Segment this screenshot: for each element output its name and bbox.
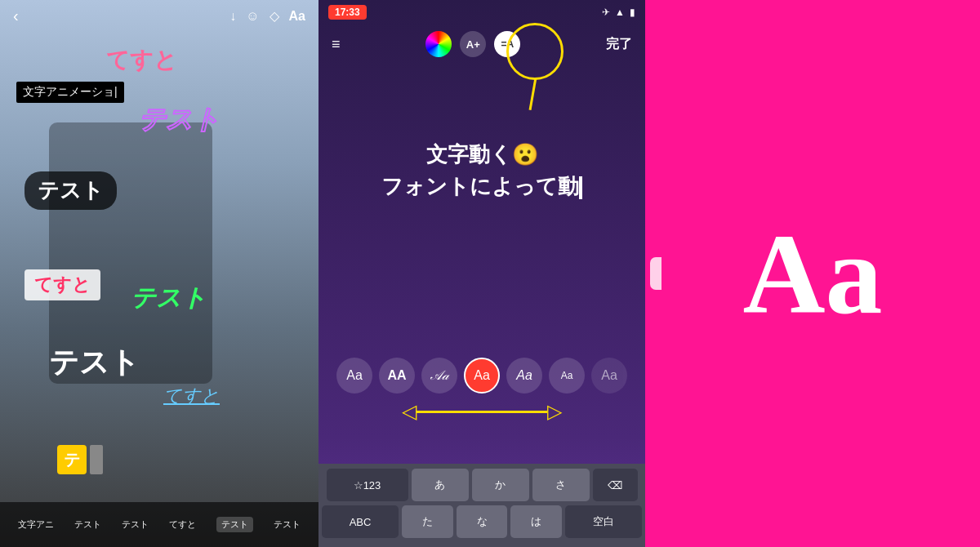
menu-icon[interactable]: ≡ [332, 36, 341, 53]
arrow-right-icon: ▷ [547, 400, 562, 423]
bottom-item-3[interactable]: テスト [122, 518, 149, 531]
right-panel: Aa [645, 0, 980, 547]
middle-content: 文字動く😮 フォントによって動 [318, 139, 645, 202]
font-option-7[interactable]: Aa [591, 358, 627, 394]
color-wheel-button[interactable] [425, 31, 452, 57]
status-time: 17:33 [328, 5, 367, 20]
key-sa[interactable]: さ [532, 469, 590, 501]
bottom-item-4[interactable]: てすと [169, 518, 196, 531]
arrow-left-icon: ◁ [402, 400, 416, 423]
arrow-line [416, 411, 547, 413]
download-icon[interactable]: ↓ [229, 9, 236, 24]
bottom-item-5[interactable]: テスト [216, 517, 253, 532]
key-space[interactable]: 空白 [565, 505, 642, 538]
toolbar-icons-group: A+ =A [425, 31, 520, 57]
text-tesuto-pink: てすと [24, 269, 100, 300]
font-option-1[interactable]: Aa [336, 358, 372, 394]
left-phone: ‹ ↓ ☺ ◇ Aa てすと 文字アニメーショ| テスト テスト てすと テスト… [0, 0, 318, 547]
key-delete[interactable]: ⌫ [593, 469, 638, 501]
keyboard-row-2: ABC た な は 空白 [322, 505, 642, 538]
aa-large-text: Aa [742, 208, 882, 340]
text-tesuto-blue: てすと [163, 384, 220, 408]
bottom-item-6[interactable]: テスト [274, 518, 301, 531]
font-selector-row: Aa AA 𝒜𝒶 Aa Aa Aa Aa [318, 351, 645, 400]
key-ha[interactable]: は [510, 505, 562, 538]
middle-phone: 17:33 ✈ ▲ ▮ ≡ A+ =A 完了 文字動く😮 フォントによって動 A… [318, 0, 645, 547]
wifi-icon: ▲ [615, 7, 625, 18]
gray-bar-icon [90, 445, 103, 474]
yellow-icon: テ [57, 445, 87, 474]
main-text-block: 文字動く😮 フォントによって動 [318, 139, 645, 202]
key-num[interactable]: ☆123 [327, 469, 408, 501]
side-tab[interactable] [650, 257, 662, 290]
text-test-large: テスト [49, 343, 140, 383]
font-option-4[interactable]: Aa [464, 358, 500, 394]
key-abc[interactable]: ABC [322, 505, 399, 538]
left-topbar: ‹ ↓ ☺ ◇ Aa [0, 7, 318, 25]
left-bottom-bar: 文字アニ テスト テスト てすと テスト テスト [0, 502, 318, 547]
battery-icon: ▮ [630, 7, 635, 18]
airplane-icon: ✈ [602, 7, 610, 18]
status-icons: ✈ ▲ ▮ [602, 7, 635, 18]
bottom-item-2[interactable]: テスト [74, 518, 101, 531]
font-option-3[interactable]: 𝒜𝒶 [421, 358, 457, 394]
font-option-2[interactable]: AA [379, 358, 415, 394]
topbar-icons: ↓ ☺ ◇ Aa [229, 8, 305, 24]
font-eq-button[interactable]: =A [494, 31, 520, 57]
text-test-dark: テスト [24, 171, 117, 210]
face-icon[interactable]: ☺ [246, 9, 259, 24]
back-icon[interactable]: ‹ [13, 7, 19, 25]
text-cursor [579, 176, 582, 199]
arrow-annotation-row: ◁ ▷ [318, 400, 645, 423]
key-ka[interactable]: か [472, 469, 529, 501]
aa-button[interactable]: Aa [289, 9, 305, 24]
key-ta[interactable]: た [402, 505, 453, 538]
font-option-6[interactable]: Aa [549, 358, 585, 394]
text-animation: 文字アニメーショ| [16, 82, 124, 103]
bottom-item-1[interactable]: 文字アニ [18, 518, 54, 531]
font-option-5[interactable]: Aa [506, 358, 542, 394]
key-a[interactable]: あ [412, 469, 469, 501]
done-button[interactable]: 完了 [606, 36, 632, 53]
text-tesuto-top: てすと [106, 45, 177, 76]
shape-icon[interactable]: ◇ [270, 8, 279, 24]
keyboard-area: ☆123 あ か さ ⌫ ABC た な は 空白 [318, 464, 645, 547]
status-bar: 17:33 ✈ ▲ ▮ [318, 0, 645, 24]
keyboard-row-1: ☆123 あ か さ ⌫ [322, 469, 642, 501]
middle-toolbar: ≡ A+ =A 完了 [318, 31, 645, 57]
key-na[interactable]: な [457, 505, 508, 538]
text-test-outline: テスト [139, 102, 220, 138]
font-a-button[interactable]: A+ [460, 31, 486, 57]
text-test-green: テスト [131, 282, 207, 315]
main-text-line1: 文字動く😮 [318, 139, 645, 171]
main-text-line2: フォントによって動 [318, 171, 645, 202]
